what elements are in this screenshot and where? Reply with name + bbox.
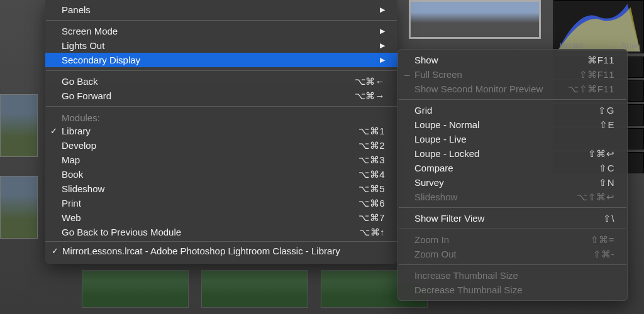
shortcut-label: ⌥⌘↑ <box>359 227 385 238</box>
submenu-compare[interactable]: Compare ⇧C <box>398 161 627 175</box>
shortcut-label: ⇧⌘↩ <box>588 148 615 160</box>
menu-separator <box>46 70 397 71</box>
submenu-arrow-icon: ▶ <box>380 6 385 14</box>
module-print[interactable]: Print ⌥⌘6 <box>45 196 397 210</box>
menu-secondary-display[interactable]: Secondary Display ▶ <box>45 53 397 67</box>
shortcut-label: ⇧N <box>599 177 614 188</box>
menu-go-back[interactable]: Go Back ⌥⌘← <box>45 74 397 89</box>
dash-icon: – <box>404 69 409 80</box>
menu-lights-out[interactable]: Lights Out ▶ <box>45 38 397 53</box>
submenu-increase-thumb: Increase Thumbnail Size <box>398 268 627 283</box>
submenu-loupe-locked[interactable]: Loupe - Locked ⇧⌘↩ <box>398 146 627 161</box>
filmstrip-left <box>0 0 45 314</box>
submenu-second-monitor: Show Second Monitor Preview ⌥⇧⌘F11 <box>398 82 627 96</box>
shortcut-label: ⌥⌘2 <box>358 140 385 151</box>
shortcut-label: ⇧G <box>598 105 614 116</box>
submenu-arrow-icon: ▶ <box>380 56 385 64</box>
window-menu: Panels ▶ Screen Mode ▶ Lights Out ▶ Seco… <box>45 0 397 264</box>
shortcut-label: ⌥⌘1 <box>358 126 385 137</box>
submenu-arrow-icon: ▶ <box>380 27 385 35</box>
submenu-slideshow: Slideshow ⌥⇧⌘↩ <box>398 190 627 204</box>
menu-catalog-window[interactable]: ✓ MirrorLessons.lrcat - Adobe Photoshop … <box>45 241 397 260</box>
submenu-decrease-thumb: Decrease Thumbnail Size <box>398 283 627 297</box>
shortcut-label: ⇧⌘= <box>591 234 614 246</box>
modules-section-label: Modules: <box>45 110 397 124</box>
module-slideshow[interactable]: Slideshow ⌥⌘5 <box>45 181 397 196</box>
submenu-arrow-icon: ▶ <box>380 41 385 50</box>
shortcut-label: ⇧E <box>599 119 614 131</box>
check-icon: ✓ <box>50 126 57 136</box>
thumbnail-top[interactable] <box>409 0 541 39</box>
submenu-grid[interactable]: Grid ⇧G <box>398 103 627 117</box>
menu-separator <box>399 264 626 265</box>
submenu-zoom-in: Zoom In ⇧⌘= <box>398 232 627 247</box>
thumbnail[interactable] <box>0 176 38 239</box>
shortcut-label: ⌥⌘3 <box>358 154 385 166</box>
shortcut-label: ⌥⇧⌘F11 <box>568 84 614 95</box>
module-develop[interactable]: Develop ⌥⌘2 <box>45 138 397 153</box>
menu-go-forward[interactable]: Go Forward ⌥⌘→ <box>45 89 397 103</box>
shortcut-label: ⇧⌘- <box>593 249 615 260</box>
thumbnail[interactable] <box>201 270 308 308</box>
shortcut-label: ⌘F11 <box>587 55 614 66</box>
shortcut-label: ⇧⌘F11 <box>579 69 614 80</box>
shortcut-label: ⌥⌘5 <box>358 183 385 195</box>
module-web[interactable]: Web ⌥⌘7 <box>45 210 397 225</box>
menu-separator <box>399 207 626 208</box>
menu-separator <box>46 106 397 107</box>
secondary-display-submenu: Show ⌘F11 – Full Screen ⇧⌘F11 Show Secon… <box>397 49 628 301</box>
submenu-loupe-normal[interactable]: Loupe - Normal ⇧E <box>398 117 627 132</box>
submenu-loupe-live[interactable]: Loupe - Live <box>398 132 627 146</box>
menu-separator <box>399 99 626 100</box>
menu-go-back-module[interactable]: Go Back to Previous Module ⌥⌘↑ <box>45 225 397 239</box>
thumbnail[interactable] <box>0 94 38 157</box>
submenu-zoom-out: Zoom Out ⇧⌘- <box>398 247 627 261</box>
shortcut-label: ⌥⌘7 <box>358 212 385 224</box>
module-map[interactable]: Map ⌥⌘3 <box>45 153 397 167</box>
submenu-show[interactable]: Show ⌘F11 <box>398 53 627 67</box>
shortcut-label: ⇧C <box>599 163 614 174</box>
submenu-full-screen: – Full Screen ⇧⌘F11 <box>398 67 627 82</box>
shortcut-label: ⌥⌘4 <box>358 169 385 180</box>
menu-panels[interactable]: Panels ▶ <box>45 3 397 17</box>
shortcut-label: ⇧\ <box>603 213 614 224</box>
shortcut-label: ⌥⌘← <box>355 76 386 87</box>
menu-separator <box>46 20 397 21</box>
shortcut-label: ⌥⌘6 <box>358 198 385 209</box>
module-library[interactable]: ✓ Library ⌥⌘1 <box>45 124 397 138</box>
menu-screen-mode[interactable]: Screen Mode ▶ <box>45 24 397 38</box>
check-icon: ✓ <box>52 246 58 256</box>
submenu-survey[interactable]: Survey ⇧N <box>398 175 627 190</box>
submenu-show-filter[interactable]: Show Filter View ⇧\ <box>398 211 627 225</box>
thumbnail[interactable] <box>82 270 189 308</box>
module-book[interactable]: Book ⌥⌘4 <box>45 167 397 181</box>
shortcut-label: ⌥⇧⌘↩ <box>577 192 614 203</box>
menu-separator <box>399 229 626 229</box>
shortcut-label: ⌥⌘→ <box>355 90 386 102</box>
